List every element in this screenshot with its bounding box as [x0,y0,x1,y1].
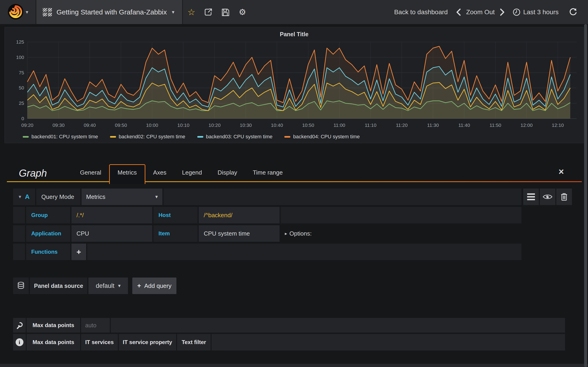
legend-item[interactable]: backend01: CPU system time [23,134,98,140]
refresh-icon [569,7,578,16]
svg-text:11:20: 11:20 [396,123,408,128]
svg-text:11:10: 11:10 [365,123,376,128]
save-icon [221,8,230,17]
max-data-points-input[interactable] [81,318,110,333]
query-mode-dropdown[interactable]: Metrics ▾ [82,189,162,205]
svg-text:25: 25 [19,100,24,106]
caret-right-icon: ▸ [285,231,287,236]
host-value-input[interactable]: /^backend/ [199,207,279,223]
options-toggle[interactable]: ▸ Options: [285,230,312,237]
time-shift-right-button[interactable] [496,0,509,24]
add-function-button[interactable]: + [71,244,86,260]
info-it-service-property[interactable]: IT service property [119,334,176,350]
info-max-data-points[interactable]: Max data points [27,334,80,350]
dashboard-title-picker[interactable]: Getting Started with Grafana-Zabbix ▾ [36,0,183,24]
close-icon[interactable]: × [559,167,564,176]
svg-text:09:20: 09:20 [21,123,34,128]
group-value-input[interactable]: /.*/ [71,207,152,223]
legend-item[interactable]: backend03: CPU system time [197,134,273,140]
max-data-points-row: Max data points [13,318,565,333]
time-range-picker[interactable]: Last 3 hours [509,8,563,16]
datasource-value: default [96,282,114,290]
query-row-application-item: Application CPU Item CPU system time ▸ O… [13,225,521,242]
dashboard-grid-icon [43,8,52,16]
svg-text:50: 50 [19,85,24,90]
info-text-filter[interactable]: Text filter [177,334,211,350]
share-button[interactable] [200,0,217,24]
datasource-label: Panel data source [30,277,87,294]
legend-series-label: backend03: CPU system time [206,134,273,140]
chevron-left-icon [456,8,461,16]
back-to-dashboard-button[interactable]: Back to dashboard [389,8,452,16]
star-icon: ☆ [187,7,195,17]
bottom-strip [0,364,588,367]
legend-series-label: backend02: CPU system time [119,134,185,140]
grafana-logo-icon [7,3,24,21]
wrench-cell [13,318,26,333]
svg-text:100: 100 [16,55,24,60]
save-button[interactable] [217,0,234,24]
tab-legend[interactable]: Legend [174,165,210,182]
legend-item[interactable]: backend02: CPU system time [110,134,185,140]
svg-text:12:00: 12:00 [520,123,533,128]
navbar: ▾ Getting Started with Grafana-Zabbix ▾ … [0,0,588,24]
collapse-caret-icon[interactable]: ▾ [19,194,21,200]
star-button[interactable]: ☆ [183,0,200,24]
legend-series-color [284,136,290,138]
host-label: Host [153,207,198,223]
time-series-chart[interactable]: 025507510012509:2009:3009:4009:5010:0010… [5,39,583,131]
refresh-button[interactable] [569,7,578,17]
svg-text:11:00: 11:00 [334,123,345,128]
svg-text:11:30: 11:30 [427,123,439,128]
svg-text:10:50: 10:50 [302,123,314,128]
datasource-dropdown[interactable]: default ▾ [88,277,128,294]
share-icon [204,8,213,17]
query-delete-button[interactable] [556,189,572,205]
query-collapse-cell[interactable]: ▾ A [13,189,35,205]
database-icon [17,282,25,290]
application-value-input[interactable]: CPU [71,225,152,242]
grafana-logo-menu[interactable]: ▾ [0,0,36,24]
settings-button[interactable]: ⚙ [234,0,251,24]
svg-text:10:30: 10:30 [240,123,252,128]
trash-icon [561,193,568,201]
query-letter: A [25,193,29,200]
info-icon: i [16,338,23,346]
legend-series-label: backend04: CPU system time [293,134,360,140]
tab-display[interactable]: Display [210,165,245,182]
eye-icon [543,193,552,200]
legend-item[interactable]: backend04: CPU system time [284,134,360,140]
tab-time-range[interactable]: Time range [245,165,291,182]
time-shift-left-button[interactable] [452,0,465,24]
query-toggle-visibility-button[interactable] [540,189,555,205]
dashboard-title: Getting Started with Grafana-Zabbix [57,8,167,16]
max-data-points-label: Max data points [27,318,80,333]
graph-panel: Panel Title 025507510012509:2009:3009:40… [5,27,584,143]
gear-icon: ⚙ [239,7,246,17]
tab-metrics[interactable]: Metrics [109,164,145,184]
clock-icon [513,8,520,16]
item-value-input[interactable]: CPU system time [199,225,279,242]
query-row-a: ▾ A Query Mode Metrics ▾ [13,189,521,205]
svg-text:10:20: 10:20 [208,123,221,128]
wrench-icon [16,321,23,329]
zoom-out-button[interactable]: Zoom Out [465,8,496,16]
legend-series-color [23,136,29,138]
info-it-services[interactable]: IT services [81,334,118,350]
add-query-button[interactable]: + Add query [132,277,176,294]
legend-series-color [110,136,116,138]
datasource-icon-cell [13,277,29,294]
functions-label: Functions [26,244,70,260]
query-menu-button[interactable] [523,189,539,205]
info-cell: i [13,334,26,350]
scrollbar[interactable] [584,24,587,367]
chevron-down-icon: ▾ [155,194,158,200]
query-mode-value: Metrics [86,193,105,200]
panel-title[interactable]: Panel Title [5,27,583,39]
svg-text:12:10: 12:10 [552,123,564,128]
tab-axes[interactable]: Axes [145,165,174,182]
svg-text:125: 125 [16,39,24,44]
info-row: i Max data points IT services IT service… [13,334,565,350]
svg-text:09:40: 09:40 [84,123,96,128]
tab-general[interactable]: General [72,165,109,182]
